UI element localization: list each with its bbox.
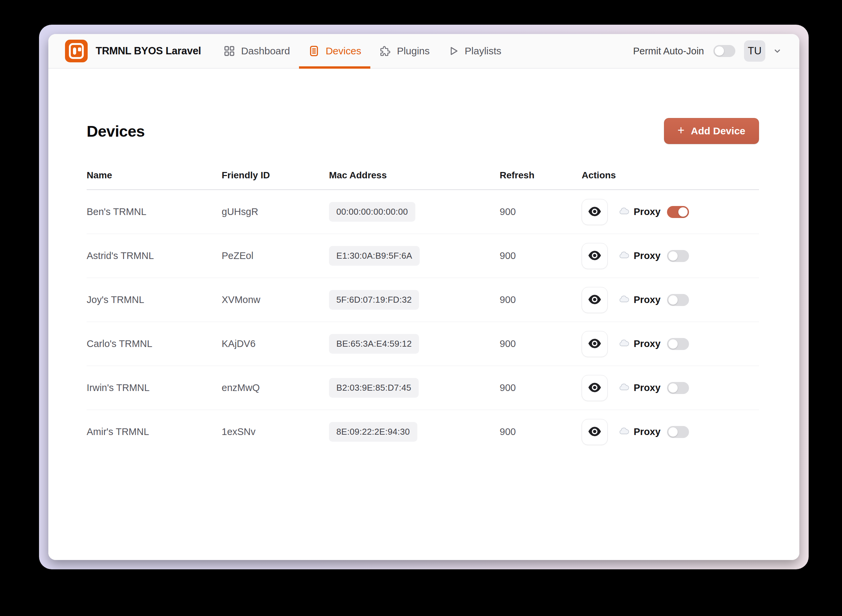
- proxy-toggle[interactable]: [667, 426, 689, 438]
- device-friendly-id: 1exSNv: [222, 426, 329, 437]
- devices-table: Name Friendly ID Mac Address Refresh Act…: [87, 161, 759, 454]
- device-friendly-id: gUHsgR: [222, 206, 329, 217]
- device-mac-cell: 00:00:00:00:00:00: [329, 202, 415, 221]
- cloud-icon: [619, 382, 629, 393]
- eye-icon: [588, 250, 601, 262]
- device-refresh: 900: [500, 338, 582, 349]
- nav-item-playlists[interactable]: Playlists: [439, 34, 510, 68]
- mac-address-pill: 00:00:00:00:00:00: [329, 202, 415, 221]
- device-name: Irwin's TRMNL: [87, 382, 222, 393]
- col-header-actions: Actions: [582, 170, 759, 181]
- device-actions: Proxy: [582, 331, 759, 357]
- top-nav-bar: TRMNL BYOS Laravel Dashboard: [48, 34, 799, 69]
- proxy-toggle[interactable]: [667, 338, 689, 350]
- cloud-icon: [619, 206, 629, 217]
- nav-item-dashboard[interactable]: Dashboard: [214, 34, 299, 68]
- table-row: Amir's TRMNL 1exSNv 8E:09:22:2E:94:30 90…: [87, 410, 759, 454]
- cloud-icon: [619, 250, 629, 261]
- device-actions: Proxy: [582, 287, 759, 313]
- proxy-toggle[interactable]: [667, 206, 689, 218]
- mac-address-pill: B2:03:9E:85:D7:45: [329, 378, 419, 397]
- device-friendly-id: KAjDV6: [222, 338, 329, 349]
- toggle-knob: [668, 339, 678, 349]
- table-row: Ben's TRMNL gUHsgR 00:00:00:00:00:00 900: [87, 190, 759, 234]
- permit-auto-join-toggle[interactable]: [713, 45, 735, 57]
- add-device-label: Add Device: [691, 125, 745, 137]
- device-friendly-id: XVMonw: [222, 294, 329, 305]
- device-friendly-id: PeZEol: [222, 250, 329, 261]
- mac-address-pill: 8E:09:22:2E:94:30: [329, 422, 417, 441]
- nav-item-plugins[interactable]: Plugins: [370, 34, 439, 68]
- table-body: Ben's TRMNL gUHsgR 00:00:00:00:00:00 900: [87, 190, 759, 454]
- device-mac-cell: 5F:6D:07:19:FD:32: [329, 290, 419, 309]
- col-header-mac-address: Mac Address: [329, 170, 500, 181]
- proxy-toggle[interactable]: [667, 294, 689, 306]
- nav-label: Plugins: [397, 45, 430, 57]
- view-device-button[interactable]: [582, 199, 608, 225]
- add-device-button[interactable]: + Add Device: [664, 118, 759, 144]
- view-device-button[interactable]: [582, 243, 608, 269]
- table-row: Astrid's TRMNL PeZEol E1:30:0A:B9:5F:6A …: [87, 234, 759, 278]
- cloud-icon: [619, 426, 629, 437]
- view-device-button[interactable]: [582, 419, 608, 445]
- play-icon: [448, 45, 459, 57]
- col-header-refresh: Refresh: [500, 170, 582, 181]
- trmnl-logo-icon: [65, 40, 88, 62]
- device-actions: Proxy: [582, 199, 759, 225]
- puzzle-icon: [379, 45, 391, 57]
- toggle-knob: [668, 383, 678, 393]
- col-header-name: Name: [87, 170, 222, 181]
- main-nav: Dashboard Devices: [214, 34, 510, 68]
- table-row: Irwin's TRMNL enzMwQ B2:03:9E:85:D7:45 9…: [87, 366, 759, 410]
- proxy-toggle[interactable]: [667, 382, 689, 394]
- device-refresh: 900: [500, 294, 582, 305]
- device-list-icon: [308, 45, 320, 57]
- plus-icon: +: [678, 124, 685, 136]
- grid-icon: [223, 45, 235, 57]
- mac-address-pill: E1:30:0A:B9:5F:6A: [329, 246, 420, 265]
- table-row: Carlo's TRMNL KAjDV6 BE:65:3A:E4:59:12 9…: [87, 322, 759, 366]
- toggle-knob: [668, 427, 678, 437]
- window-frame: TRMNL BYOS Laravel Dashboard: [39, 25, 809, 569]
- device-refresh: 900: [500, 206, 582, 217]
- cloud-icon: [619, 294, 629, 305]
- eye-icon: [588, 294, 601, 306]
- page-title: Devices: [87, 122, 145, 140]
- device-mac-cell: E1:30:0A:B9:5F:6A: [329, 246, 420, 265]
- toggle-knob: [678, 207, 688, 217]
- device-name: Joy's TRMNL: [87, 294, 222, 305]
- device-mac-cell: B2:03:9E:85:D7:45: [329, 378, 419, 397]
- proxy-label: Proxy: [634, 426, 661, 437]
- proxy-label: Proxy: [634, 382, 661, 393]
- toggle-knob: [668, 251, 678, 261]
- cloud-icon: [619, 338, 629, 349]
- device-mac-cell: 8E:09:22:2E:94:30: [329, 422, 417, 441]
- view-device-button[interactable]: [582, 375, 608, 401]
- nav-item-devices[interactable]: Devices: [299, 34, 370, 68]
- nav-label: Dashboard: [241, 45, 290, 57]
- proxy-group: Proxy: [619, 250, 689, 262]
- view-device-button[interactable]: [582, 331, 608, 357]
- app-title: TRMNL BYOS Laravel: [96, 45, 201, 57]
- nav-label: Playlists: [465, 45, 501, 57]
- device-name: Carlo's TRMNL: [87, 338, 222, 349]
- app-window: TRMNL BYOS Laravel Dashboard: [48, 34, 799, 560]
- proxy-group: Proxy: [619, 382, 689, 394]
- user-avatar[interactable]: TU: [744, 40, 765, 62]
- main-content: Devices + Add Device Name Friendly ID Ma…: [48, 69, 799, 560]
- view-device-button[interactable]: [582, 287, 608, 313]
- proxy-group: Proxy: [619, 294, 689, 306]
- table-header-row: Name Friendly ID Mac Address Refresh Act…: [87, 161, 759, 190]
- toggle-knob: [668, 295, 678, 305]
- eye-icon: [588, 426, 601, 438]
- proxy-toggle[interactable]: [667, 250, 689, 262]
- device-actions: Proxy: [582, 243, 759, 269]
- proxy-label: Proxy: [634, 338, 661, 349]
- table-row: Joy's TRMNL XVMonw 5F:6D:07:19:FD:32 900: [87, 278, 759, 322]
- proxy-label: Proxy: [634, 206, 661, 217]
- proxy-label: Proxy: [634, 294, 661, 305]
- chevron-down-icon[interactable]: [773, 46, 782, 56]
- col-header-friendly-id: Friendly ID: [222, 170, 329, 181]
- device-name: Ben's TRMNL: [87, 206, 222, 217]
- mac-address-pill: BE:65:3A:E4:59:12: [329, 334, 419, 353]
